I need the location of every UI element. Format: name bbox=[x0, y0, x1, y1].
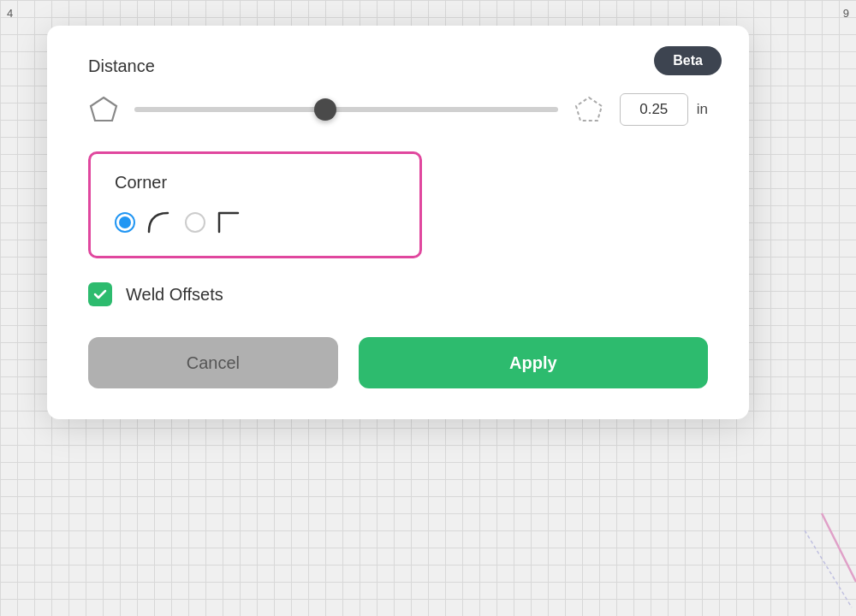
slider-track bbox=[134, 107, 558, 112]
dashed-pentagon-icon bbox=[574, 94, 604, 125]
button-row: Cancel Apply bbox=[88, 337, 708, 388]
unit-label: in bbox=[697, 101, 708, 118]
distance-input-group: in bbox=[620, 93, 708, 126]
apply-button[interactable]: Apply bbox=[359, 337, 708, 388]
radio-inner-rounded bbox=[119, 216, 131, 228]
svg-marker-3 bbox=[576, 98, 602, 121]
rounded-corner-icon bbox=[144, 208, 173, 237]
distance-label: Distance bbox=[88, 56, 708, 76]
radio-square[interactable] bbox=[185, 212, 205, 233]
checkmark-icon bbox=[92, 287, 108, 302]
distance-value-input[interactable] bbox=[620, 93, 688, 126]
corner-options bbox=[115, 208, 395, 237]
weld-offsets-label: Weld Offsets bbox=[126, 285, 223, 305]
square-corner-icon bbox=[214, 208, 243, 237]
corner-option-rounded[interactable] bbox=[115, 208, 173, 237]
small-pentagon-icon bbox=[88, 94, 119, 125]
corner-section-box: Corner bbox=[88, 151, 422, 258]
radio-rounded[interactable] bbox=[115, 212, 135, 233]
corner-option-square[interactable] bbox=[185, 208, 243, 237]
corner-section-label: Corner bbox=[115, 173, 395, 192]
corner-label-top-right: 9 bbox=[843, 7, 849, 20]
modal-panel: Beta Distance in Corner bbox=[47, 26, 749, 419]
svg-line-0 bbox=[822, 513, 856, 582]
svg-line-1 bbox=[805, 530, 852, 607]
distance-slider[interactable] bbox=[134, 107, 558, 112]
beta-badge: Beta bbox=[654, 46, 722, 75]
distance-slider-row: in bbox=[88, 93, 708, 126]
decorative-lines bbox=[719, 445, 856, 616]
svg-marker-2 bbox=[91, 98, 116, 121]
cancel-button[interactable]: Cancel bbox=[88, 337, 338, 388]
slider-thumb[interactable] bbox=[314, 98, 336, 121]
weld-offsets-row: Weld Offsets bbox=[88, 282, 708, 306]
weld-offsets-checkbox[interactable] bbox=[88, 282, 112, 306]
corner-label-top-left: 4 bbox=[7, 7, 13, 20]
